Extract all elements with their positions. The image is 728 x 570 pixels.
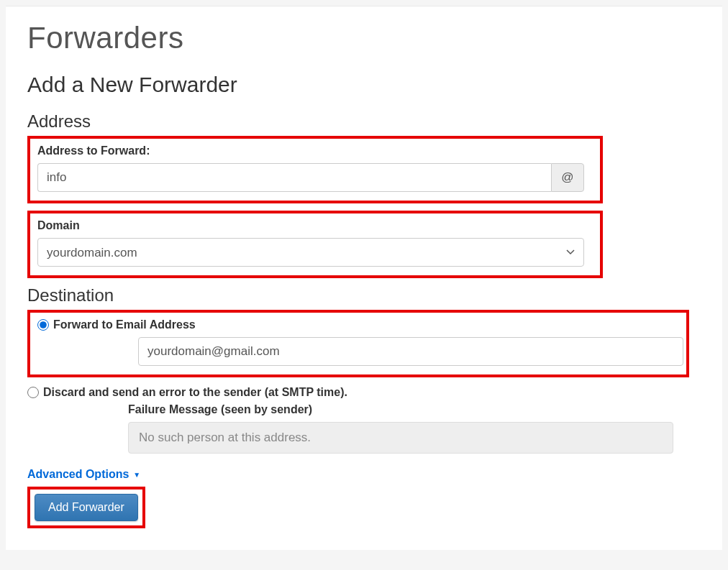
forward-to-email-label: Forward to Email Address: [53, 318, 196, 331]
forward-to-email-radio[interactable]: [37, 319, 49, 331]
page-subtitle: Add a New Forwarder: [27, 73, 701, 97]
address-to-forward-input[interactable]: [37, 163, 551, 192]
failure-message-input: [128, 422, 673, 454]
page-title: Forwarders: [27, 21, 701, 55]
failure-message-label: Failure Message (seen by sender): [128, 403, 701, 416]
address-to-forward-label: Address to Forward:: [37, 144, 593, 157]
discard-label: Discard and send an error to the sender …: [43, 386, 347, 399]
discard-group: Discard and send an error to the sender …: [27, 386, 701, 454]
advanced-options-label: Advanced Options: [27, 468, 129, 481]
caret-down-icon: ▼: [133, 471, 140, 479]
discard-radio[interactable]: [27, 387, 39, 398]
add-forwarder-highlight: Add Forwarder: [27, 487, 145, 528]
forward-to-email-group: Forward to Email Address: [27, 310, 689, 377]
address-heading: Address: [27, 111, 701, 132]
destination-heading: Destination: [27, 285, 701, 305]
domain-select[interactable]: yourdomain.com: [37, 238, 584, 267]
address-to-forward-group: Address to Forward: @: [27, 136, 603, 203]
domain-label: Domain: [37, 219, 593, 232]
add-forwarder-button[interactable]: Add Forwarder: [35, 494, 138, 521]
forward-to-email-input[interactable]: [138, 337, 683, 366]
advanced-options-toggle[interactable]: Advanced Options ▼: [27, 468, 140, 481]
at-addon: @: [551, 163, 584, 192]
domain-group: Domain yourdomain.com: [27, 211, 603, 278]
